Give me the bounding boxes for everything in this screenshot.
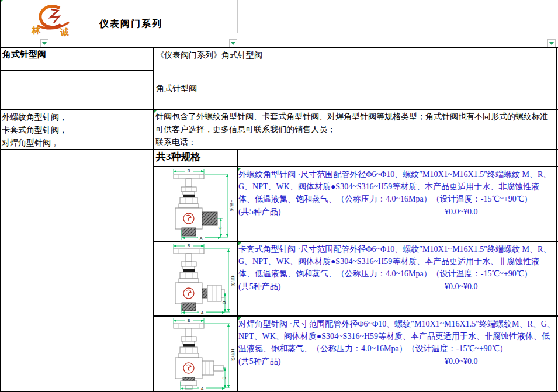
product-row-ferrule[interactable]: B H开/关 C A (153, 241, 557, 315)
chevron-down-icon (42, 42, 47, 45)
phone-label: 联系电话： (155, 136, 555, 149)
subtitle-cell[interactable]: 角式针型阀 (156, 84, 197, 94)
product-description: 对焊角型针阀 ·尺寸范围配管外径Φ6~Φ10、螺纹″M10X1~M16X1.5″… (238, 318, 555, 355)
series-title-cell[interactable]: 《仪表阀门系列》角式针型阀 (156, 50, 262, 61)
dim-label-top: B (188, 244, 190, 248)
dim-label-top: B (188, 169, 190, 173)
dim-label-side: C (222, 301, 226, 304)
chevron-down-icon (549, 42, 554, 45)
left-heading-cell[interactable]: 角式针型阀 (2, 49, 46, 60)
variant-item: 对焊角型针阀， (2, 137, 67, 150)
product-description-cell: 卡套式角型针阀 ·尺寸范围配管外径Φ6~Φ10、螺纹″M10X1~M16X1.5… (238, 243, 555, 293)
dim-label-bottom: A (200, 236, 203, 240)
dim-label-bottom: A (201, 311, 204, 315)
filter-dropdown-left[interactable] (40, 39, 48, 47)
dim-label-right: H开/关 (231, 349, 235, 362)
border-table-top (0, 47, 558, 48)
logo-char-right: 诚 (60, 27, 69, 37)
filter-dropdown-middle[interactable] (229, 39, 237, 47)
product-description: 外螺纹角型针阀 ·尺寸范围配管外径Φ6~Φ10、螺纹″M10X1~M16X1.5… (238, 168, 555, 205)
page-title: 仪表阀门系列 (99, 18, 162, 30)
border-left (0, 0, 1, 392)
product-description-cell: 外螺纹角型针阀 ·尺寸范围配管外径Φ6~Φ10、螺纹″M10X1~M16X1.5… (238, 168, 555, 218)
dim-label-bottom: A (201, 387, 204, 391)
variant-item: 外螺纹角型针阀， (2, 111, 67, 124)
filter-dropdown-right[interactable] (547, 39, 556, 47)
description-text: 针阀包含了外螺纹角型针阀、卡套式角型针阀、对焊角型针阀等规格类型；角式针阀也有不… (155, 110, 555, 136)
valve-drawing-butt-weld: B H开/关 C (154, 317, 237, 391)
product-price: ¥0.0~¥0.0 (445, 280, 478, 293)
spec-count-heading[interactable]: 共3种规格 (156, 150, 201, 164)
catalog-page: 林 诚 仪表阀门系列 角式针型阀 外螺纹角型针阀， 卡套式角型针阀， 对焊角型针… (0, 0, 558, 392)
product-row-butt-weld[interactable]: B H开/关 C (153, 316, 557, 391)
border-row1-left (0, 70, 153, 71)
valve-drawing-external-thread: B H开/关 C A (154, 167, 237, 241)
brand-logo: 林 诚 (28, 2, 72, 37)
dim-label-side: C (218, 226, 222, 229)
dim-label-side: C (222, 376, 226, 379)
description-cell[interactable]: 针阀包含了外螺纹角型针阀、卡套式角型针阀、对焊角型针阀等规格类型；角式针阀也有不… (155, 110, 555, 149)
dim-label-right: H开/关 (231, 275, 235, 287)
product-count: (共5种产品) (238, 207, 280, 216)
logo-glyph (50, 9, 59, 23)
product-count: (共5种产品) (238, 357, 280, 366)
product-row-external-thread[interactable]: B H开/关 C A (153, 166, 557, 241)
valve-drawing-ferrule: B H开/关 C A (154, 242, 237, 315)
variant-list-cell[interactable]: 外螺纹角型针阀， 卡套式角型针阀， 对焊角型针阀， (2, 111, 67, 150)
chevron-down-icon (231, 42, 235, 45)
product-count: (共5种产品) (238, 282, 280, 291)
gridline-header (237, 0, 238, 33)
variant-item: 卡套式角型针阀， (2, 124, 67, 137)
product-price: ¥0.0~¥0.0 (445, 206, 478, 218)
dim-label-right: H开/关 (230, 200, 234, 212)
logo-char-left: 林 (31, 26, 41, 35)
product-price: ¥0.0~¥0.0 (445, 355, 478, 367)
dim-label-top: B (188, 318, 190, 322)
product-description: 卡套式角型针阀 ·尺寸范围配管外径Φ6~Φ10、螺纹″M10X1~M16X1.5… (238, 243, 555, 280)
product-description-cell: 对焊角型针阀 ·尺寸范围配管外径Φ6~Φ10、螺纹″M10X1~M16X1.5″… (238, 318, 555, 367)
border-row3 (0, 149, 558, 150)
